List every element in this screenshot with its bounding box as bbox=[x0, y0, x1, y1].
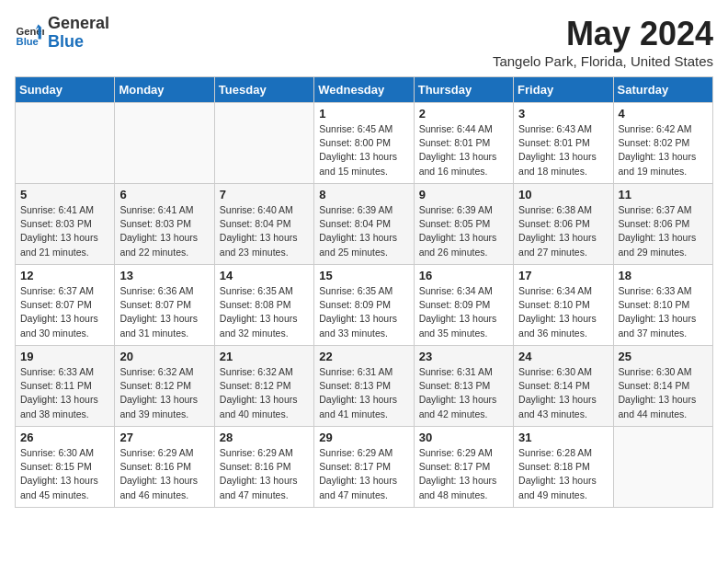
day-number: 18 bbox=[619, 269, 708, 282]
calendar-cell: 1Sunrise: 6:45 AM Sunset: 8:00 PM Daylig… bbox=[314, 103, 414, 184]
calendar-cell: 9Sunrise: 6:39 AM Sunset: 8:05 PM Daylig… bbox=[414, 184, 513, 265]
calendar-cell: 17Sunrise: 6:34 AM Sunset: 8:10 PM Dayli… bbox=[514, 265, 613, 346]
calendar-table: SundayMondayTuesdayWednesdayThursdayFrid… bbox=[15, 76, 713, 508]
day-number: 14 bbox=[220, 269, 309, 282]
calendar-week-3: 12Sunrise: 6:37 AM Sunset: 8:07 PM Dayli… bbox=[16, 265, 713, 346]
calendar-cell: 7Sunrise: 6:40 AM Sunset: 8:04 PM Daylig… bbox=[214, 184, 313, 265]
day-number: 22 bbox=[319, 350, 408, 363]
day-number: 16 bbox=[419, 269, 508, 282]
calendar-cell: 27Sunrise: 6:29 AM Sunset: 8:16 PM Dayli… bbox=[115, 427, 214, 508]
cell-content: Sunrise: 6:30 AM Sunset: 8:14 PM Dayligh… bbox=[619, 365, 708, 421]
cell-content: Sunrise: 6:37 AM Sunset: 8:07 PM Dayligh… bbox=[20, 284, 109, 340]
cell-content: Sunrise: 6:41 AM Sunset: 8:03 PM Dayligh… bbox=[20, 203, 109, 259]
day-number: 26 bbox=[20, 431, 109, 444]
calendar-cell: 13Sunrise: 6:36 AM Sunset: 8:07 PM Dayli… bbox=[115, 265, 214, 346]
page-header: General Blue General Blue May 2024 Tange… bbox=[15, 15, 713, 69]
day-number: 2 bbox=[419, 107, 508, 121]
calendar-cell: 29Sunrise: 6:29 AM Sunset: 8:17 PM Dayli… bbox=[314, 427, 414, 508]
day-number: 1 bbox=[319, 107, 408, 121]
calendar-cell: 21Sunrise: 6:32 AM Sunset: 8:12 PM Dayli… bbox=[214, 346, 313, 427]
day-number: 13 bbox=[119, 269, 209, 282]
day-number: 17 bbox=[518, 269, 608, 282]
day-number: 8 bbox=[319, 188, 408, 201]
calendar-cell: 10Sunrise: 6:38 AM Sunset: 8:06 PM Dayli… bbox=[514, 184, 613, 265]
cell-content: Sunrise: 6:28 AM Sunset: 8:18 PM Dayligh… bbox=[518, 446, 608, 502]
cell-content: Sunrise: 6:36 AM Sunset: 8:07 PM Dayligh… bbox=[119, 284, 209, 340]
day-number: 9 bbox=[419, 188, 508, 201]
calendar-cell: 14Sunrise: 6:35 AM Sunset: 8:08 PM Dayli… bbox=[214, 265, 313, 346]
calendar-cell bbox=[115, 103, 214, 184]
svg-text:Blue: Blue bbox=[17, 36, 39, 47]
logo-general-text: General bbox=[48, 15, 109, 33]
calendar-week-4: 19Sunrise: 6:33 AM Sunset: 8:11 PM Dayli… bbox=[16, 346, 713, 427]
day-number: 6 bbox=[119, 188, 209, 201]
cell-content: Sunrise: 6:38 AM Sunset: 8:06 PM Dayligh… bbox=[518, 203, 608, 259]
calendar-cell: 26Sunrise: 6:30 AM Sunset: 8:15 PM Dayli… bbox=[16, 427, 115, 508]
header-wednesday: Wednesday bbox=[314, 77, 414, 103]
cell-content: Sunrise: 6:44 AM Sunset: 8:01 PM Dayligh… bbox=[419, 122, 508, 178]
day-number: 11 bbox=[619, 188, 708, 201]
calendar-cell: 24Sunrise: 6:30 AM Sunset: 8:14 PM Dayli… bbox=[514, 346, 613, 427]
day-number: 20 bbox=[119, 350, 209, 363]
calendar-cell: 4Sunrise: 6:42 AM Sunset: 8:02 PM Daylig… bbox=[613, 103, 712, 184]
cell-content: Sunrise: 6:29 AM Sunset: 8:17 PM Dayligh… bbox=[419, 446, 508, 502]
calendar-cell: 3Sunrise: 6:43 AM Sunset: 8:01 PM Daylig… bbox=[514, 103, 613, 184]
calendar-cell: 6Sunrise: 6:41 AM Sunset: 8:03 PM Daylig… bbox=[115, 184, 214, 265]
day-number: 5 bbox=[20, 188, 109, 201]
calendar-cell: 22Sunrise: 6:31 AM Sunset: 8:13 PM Dayli… bbox=[314, 346, 414, 427]
header-row: SundayMondayTuesdayWednesdayThursdayFrid… bbox=[16, 77, 713, 103]
calendar-cell: 30Sunrise: 6:29 AM Sunset: 8:17 PM Dayli… bbox=[414, 427, 513, 508]
header-friday: Friday bbox=[514, 77, 613, 103]
day-number: 3 bbox=[518, 107, 608, 121]
cell-content: Sunrise: 6:29 AM Sunset: 8:16 PM Dayligh… bbox=[220, 446, 309, 502]
logo-blue-text: Blue bbox=[48, 33, 109, 52]
cell-content: Sunrise: 6:40 AM Sunset: 8:04 PM Dayligh… bbox=[220, 203, 309, 259]
logo-icon: General Blue bbox=[15, 18, 44, 48]
header-tuesday: Tuesday bbox=[214, 77, 313, 103]
cell-content: Sunrise: 6:33 AM Sunset: 8:10 PM Dayligh… bbox=[619, 284, 708, 340]
day-number: 28 bbox=[220, 431, 309, 444]
cell-content: Sunrise: 6:41 AM Sunset: 8:03 PM Dayligh… bbox=[119, 203, 209, 259]
cell-content: Sunrise: 6:37 AM Sunset: 8:06 PM Dayligh… bbox=[619, 203, 708, 259]
calendar-cell: 31Sunrise: 6:28 AM Sunset: 8:18 PM Dayli… bbox=[514, 427, 613, 508]
header-thursday: Thursday bbox=[414, 77, 513, 103]
calendar-cell bbox=[613, 427, 712, 508]
cell-content: Sunrise: 6:29 AM Sunset: 8:16 PM Dayligh… bbox=[119, 446, 209, 502]
cell-content: Sunrise: 6:35 AM Sunset: 8:08 PM Dayligh… bbox=[220, 284, 309, 340]
day-number: 24 bbox=[518, 350, 608, 363]
cell-content: Sunrise: 6:32 AM Sunset: 8:12 PM Dayligh… bbox=[220, 365, 309, 421]
cell-content: Sunrise: 6:32 AM Sunset: 8:12 PM Dayligh… bbox=[119, 365, 209, 421]
calendar-week-2: 5Sunrise: 6:41 AM Sunset: 8:03 PM Daylig… bbox=[16, 184, 713, 265]
calendar-cell: 16Sunrise: 6:34 AM Sunset: 8:09 PM Dayli… bbox=[414, 265, 513, 346]
cell-content: Sunrise: 6:33 AM Sunset: 8:11 PM Dayligh… bbox=[20, 365, 109, 421]
header-sunday: Sunday bbox=[16, 77, 115, 103]
cell-content: Sunrise: 6:31 AM Sunset: 8:13 PM Dayligh… bbox=[419, 365, 508, 421]
day-number: 12 bbox=[20, 269, 109, 282]
calendar-cell bbox=[16, 103, 115, 184]
calendar-cell: 5Sunrise: 6:41 AM Sunset: 8:03 PM Daylig… bbox=[16, 184, 115, 265]
main-title: May 2024 bbox=[493, 15, 713, 53]
calendar-week-5: 26Sunrise: 6:30 AM Sunset: 8:15 PM Dayli… bbox=[16, 427, 713, 508]
cell-content: Sunrise: 6:29 AM Sunset: 8:17 PM Dayligh… bbox=[319, 446, 408, 502]
day-number: 19 bbox=[20, 350, 109, 363]
cell-content: Sunrise: 6:42 AM Sunset: 8:02 PM Dayligh… bbox=[619, 122, 708, 178]
logo-text: General Blue bbox=[48, 15, 109, 52]
title-area: May 2024 Tangelo Park, Florida, United S… bbox=[493, 15, 713, 69]
day-number: 30 bbox=[419, 431, 508, 444]
header-monday: Monday bbox=[115, 77, 214, 103]
day-number: 31 bbox=[518, 431, 608, 444]
calendar-cell: 11Sunrise: 6:37 AM Sunset: 8:06 PM Dayli… bbox=[613, 184, 712, 265]
day-number: 15 bbox=[319, 269, 408, 282]
calendar-cell: 28Sunrise: 6:29 AM Sunset: 8:16 PM Dayli… bbox=[214, 427, 313, 508]
day-number: 23 bbox=[419, 350, 508, 363]
calendar-cell: 12Sunrise: 6:37 AM Sunset: 8:07 PM Dayli… bbox=[16, 265, 115, 346]
calendar-cell: 23Sunrise: 6:31 AM Sunset: 8:13 PM Dayli… bbox=[414, 346, 513, 427]
cell-content: Sunrise: 6:45 AM Sunset: 8:00 PM Dayligh… bbox=[319, 122, 408, 178]
calendar-cell: 20Sunrise: 6:32 AM Sunset: 8:12 PM Dayli… bbox=[115, 346, 214, 427]
logo: General Blue General Blue bbox=[15, 15, 109, 52]
calendar-cell: 2Sunrise: 6:44 AM Sunset: 8:01 PM Daylig… bbox=[414, 103, 513, 184]
day-number: 7 bbox=[220, 188, 309, 201]
day-number: 29 bbox=[319, 431, 408, 444]
cell-content: Sunrise: 6:43 AM Sunset: 8:01 PM Dayligh… bbox=[518, 122, 608, 178]
calendar-week-1: 1Sunrise: 6:45 AM Sunset: 8:00 PM Daylig… bbox=[16, 103, 713, 184]
